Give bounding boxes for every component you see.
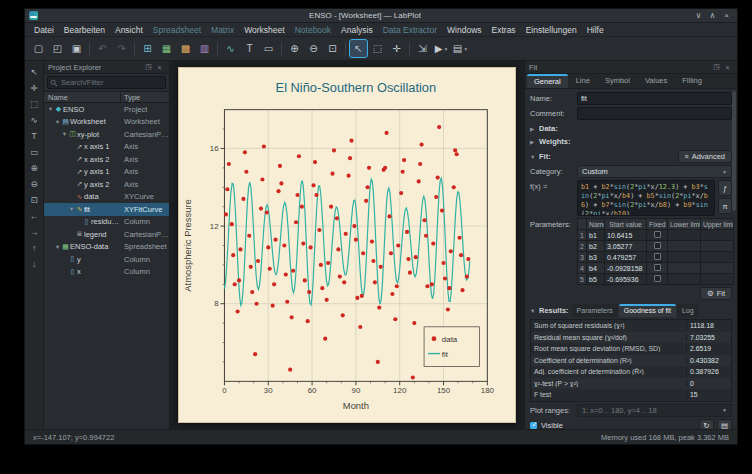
fixed-checkbox[interactable]	[654, 253, 661, 260]
new-project-icon[interactable]: ▢	[30, 40, 47, 57]
new-plot-icon[interactable]: ∿	[222, 40, 239, 57]
export-icon[interactable]: ⇲	[414, 40, 431, 57]
chevron-down-icon[interactable]: ▼	[54, 119, 61, 125]
menu-spreadsheet[interactable]: Spreadsheet	[148, 23, 206, 37]
parameter-row[interactable]: 2b23.05277	[578, 241, 734, 252]
xy-plot[interactable]: 030609012015018081216El Niño-Southern Os…	[179, 68, 515, 422]
select-tool-icon[interactable]: ↖	[27, 65, 41, 78]
zoom-fit-icon[interactable]: ⊡	[324, 40, 341, 57]
parameter-row[interactable]: 5b5-0.695936	[578, 274, 734, 285]
column-header-type[interactable]: Type	[121, 93, 169, 102]
param-upper-limit[interactable]	[701, 274, 734, 285]
tab-line[interactable]: Line	[569, 74, 597, 88]
data-section-header[interactable]: ▶ Data:	[530, 124, 732, 133]
results-section-header[interactable]: ▼ Results: ParametersGoodness of fitLog	[530, 304, 732, 317]
tree-item-x-axis-1[interactable]: ↗x axis 1Axis	[44, 141, 169, 154]
param-lower-limit[interactable]	[668, 252, 701, 263]
tab-results-goodness-of-fit[interactable]: Goodness of fit	[619, 304, 676, 317]
zoom-select-tool-icon[interactable]: ⬚	[27, 97, 41, 110]
pan-mode-icon[interactable]: ✛	[388, 40, 405, 57]
param-start-value[interactable]: -0.0928158	[605, 263, 647, 274]
scrollbar-thumb[interactable]	[732, 91, 736, 211]
advanced-button[interactable]: ≡ Advanced	[678, 150, 732, 163]
functions-button[interactable]: ƒ	[718, 180, 732, 196]
select-mode-icon[interactable]: ↖	[350, 40, 367, 57]
formula-editor[interactable]: b1 + b2*sin(2*pi*x/12.3) + b3*sin(2*pi*x…	[577, 180, 715, 216]
fixed-checkbox[interactable]	[654, 242, 661, 249]
comment-field[interactable]	[577, 107, 732, 120]
menu-analysis[interactable]: Analysis	[336, 23, 378, 37]
close-dock-icon[interactable]: ×	[154, 64, 165, 71]
add-plot-tool-icon[interactable]: ∿	[27, 113, 41, 126]
menu-hilfe[interactable]: Hilfe	[582, 23, 609, 37]
recalculate-icon[interactable]: ↻	[699, 419, 714, 430]
tree-item-legend[interactable]: ≣legendCartesianPlotLegend	[44, 228, 169, 241]
shift-down-tool-icon[interactable]: ↓	[27, 257, 41, 270]
redo-icon[interactable]: ↷	[113, 40, 130, 57]
save-project-icon[interactable]: ▣	[68, 40, 85, 57]
menu-ansicht[interactable]: Ansicht	[110, 23, 148, 37]
presenter-mode-icon[interactable]: ▶▼	[433, 40, 450, 57]
legend-box[interactable]	[424, 327, 479, 367]
menu-worksheet[interactable]: Worksheet	[239, 23, 289, 37]
fixed-checkbox[interactable]	[654, 264, 661, 271]
shift-up-tool-icon[interactable]: ↑	[27, 241, 41, 254]
fixed-checkbox[interactable]	[654, 231, 661, 238]
zoom-select-icon[interactable]: ⬚	[369, 40, 386, 57]
param-start-value[interactable]: 10.6415	[605, 230, 647, 241]
tree-item-ENSO-data[interactable]: ▼▦ENSO-dataSpreadsheet	[44, 241, 169, 254]
shift-right-tool-icon[interactable]: →	[27, 225, 41, 238]
zoom-fit-tool-icon[interactable]: ⊡	[27, 193, 41, 206]
parameter-row[interactable]: 1b110.6415	[578, 230, 734, 241]
tree-item-Worksheet[interactable]: ▼▤WorksheetWorksheet	[44, 116, 169, 129]
tab-results-log[interactable]: Log	[677, 304, 699, 317]
new-matrix-icon[interactable]: ▩	[177, 40, 194, 57]
param-start-value[interactable]: 0.479257	[605, 252, 647, 263]
chevron-down-icon[interactable]: ▼	[54, 244, 61, 250]
tab-filling[interactable]: Filling	[675, 74, 709, 88]
add-image-icon[interactable]: ▭	[260, 40, 277, 57]
plot-legend[interactable]: datafit	[424, 327, 479, 367]
tab-general[interactable]: General	[527, 74, 568, 88]
chevron-down-icon[interactable]: ▼	[61, 131, 68, 137]
crosshair-tool-icon[interactable]: ✛	[27, 81, 41, 94]
tab-results-parameters[interactable]: Parameters	[572, 304, 618, 317]
param-start-value[interactable]: 3.05277	[605, 241, 647, 252]
worksheet-page[interactable]: 030609012015018081216El Niño-Southern Os…	[178, 67, 516, 423]
param-lower-limit[interactable]	[668, 230, 701, 241]
visible-checkbox[interactable]	[530, 422, 537, 429]
explorer-column-header[interactable]: Name Type	[44, 91, 169, 103]
tree-item-data[interactable]: ∿dataXYCurve	[44, 191, 169, 204]
open-project-icon[interactable]: ◰	[49, 40, 66, 57]
menu-notebook[interactable]: Notebook	[290, 23, 336, 37]
undo-icon[interactable]: ↶	[94, 40, 111, 57]
zoom-out-tool-icon[interactable]: ⊖	[27, 177, 41, 190]
add-text-icon[interactable]: T	[241, 40, 258, 57]
tree-item-ENSO[interactable]: ▼◆ENSOProject	[44, 103, 169, 116]
plot-title[interactable]: El Niño-Southern Oscillation	[276, 80, 437, 95]
run-fit-button[interactable]: ⚙ Fit	[700, 287, 732, 300]
menu-einstellungen[interactable]: Einstellungen	[521, 23, 582, 37]
add-image-tool-icon[interactable]: ▭	[27, 145, 41, 158]
chevron-down-icon[interactable]: ▼	[47, 106, 54, 112]
menu-windows[interactable]: Windows	[442, 23, 486, 37]
weights-section-header[interactable]: ▶ Weights:	[530, 137, 732, 146]
close-dock-icon[interactable]: ×	[722, 64, 733, 71]
new-spreadsheet-icon[interactable]: ▦	[158, 40, 175, 57]
titlebar[interactable]: ENSO - [Worksheet] — LabPlot ∨ ∧ ×	[25, 9, 737, 23]
layout-icon[interactable]: ▤▼	[452, 40, 469, 57]
x-axis-label[interactable]: Month	[343, 400, 369, 411]
zoom-in-icon[interactable]: ⊕	[286, 40, 303, 57]
close-button[interactable]: ×	[720, 10, 733, 21]
name-field[interactable]	[577, 92, 732, 105]
worksheet-view[interactable]: 030609012015018081216El Niño-Southern Os…	[170, 61, 524, 429]
search-input[interactable]	[47, 76, 166, 89]
float-dock-icon[interactable]: ◳	[711, 63, 722, 71]
param-lower-limit[interactable]	[668, 263, 701, 274]
tree-item-xy-plot[interactable]: ▼◫xy-plotCartesianPlot	[44, 128, 169, 141]
tree-item-y-axis-2[interactable]: ↗y axis 2Axis	[44, 178, 169, 191]
param-upper-limit[interactable]	[701, 263, 734, 274]
tab-symbol[interactable]: Symbol	[598, 74, 637, 88]
column-header-name[interactable]: Name	[44, 93, 121, 102]
fixed-checkbox[interactable]	[654, 275, 661, 282]
